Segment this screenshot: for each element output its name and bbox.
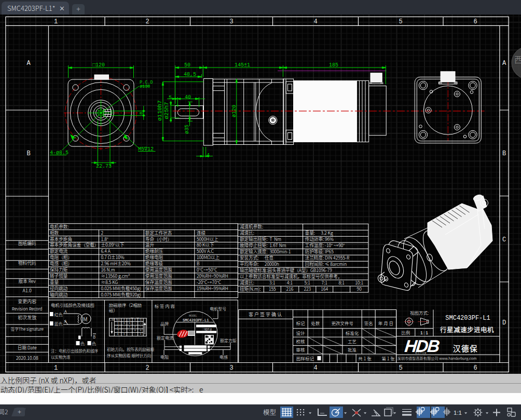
svg-text:使用温度范围: 使用温度范围	[145, 266, 172, 273]
svg-text:-20°C~+70°C: -20°C~+70°C	[197, 279, 222, 285]
svg-text:初次发放: 初次发放	[18, 314, 36, 321]
svg-text:+: +	[140, 331, 142, 336]
svg-text:5: 5	[399, 18, 402, 25]
svg-text:185: 185	[329, 62, 338, 68]
svg-text:145±1: 145±1	[235, 62, 250, 68]
svg-text:155: 155	[269, 286, 276, 292]
svg-text:2.96 mH±20%: 2.96 mH±20%	[101, 260, 131, 266]
svg-text:批准: 批准	[348, 346, 357, 353]
svg-text:日期 Date: 日期 Date	[18, 344, 37, 350]
svg-text:48,5: 48,5	[184, 72, 196, 77]
svg-text:电感: 电感	[220, 354, 228, 360]
svg-text:更改文件号: 更改文件号	[331, 320, 353, 326]
svg-text:电感（相）: 电感（相）	[50, 260, 72, 266]
svg-text:视图方式:: 视图方式:	[410, 309, 429, 316]
svg-text:SMC4203PF-L1: SMC4203PF-L1	[183, 318, 209, 322]
svg-text:图纸编码: 图纸编码	[18, 240, 36, 246]
svg-text:安装方式: 任意: 安装方式: 任意	[240, 254, 273, 261]
svg-text:额定电流: 额定电流	[50, 248, 68, 254]
svg-text:2: 2	[145, 18, 149, 25]
svg-text:±0.09°以下: ±0.09°以下	[101, 241, 125, 248]
svg-text:标 签 内 容: 标 签 内 容	[155, 303, 175, 309]
svg-text:连续: 连续	[197, 229, 206, 236]
svg-text:CW: CW	[109, 317, 114, 322]
svg-text:80 K以下: 80 K以下	[197, 241, 214, 248]
svg-text:初始方向。按所表的励磁顺: 初始方向。按所表的励磁顺	[107, 346, 155, 352]
svg-text:绝缘电阻: 绝缘电阻	[145, 254, 163, 260]
svg-text:审核: 审核	[296, 346, 305, 353]
svg-text:轴向跳动: 轴向跳动	[50, 291, 68, 297]
svg-text:额定电流: 额定电流	[157, 335, 173, 341]
svg-text:B: B	[26, 150, 30, 157]
svg-text:客户签字确认: 客户签字确认	[249, 311, 283, 318]
svg-text:40: 40	[185, 94, 191, 100]
svg-text:22.73: 22.73	[96, 164, 112, 169]
svg-text:M: M	[83, 315, 88, 323]
svg-text:B: B	[197, 260, 200, 266]
svg-text:径向跳动: 径向跳动	[50, 285, 68, 291]
svg-text:寿命（小时）: 寿命（小时）	[145, 236, 172, 242]
svg-text:2: 2	[145, 364, 149, 372]
svg-text:输出轴键标准:圆头普通平键（A型）GB1096-79: 输出轴键标准:圆头普通平键（A型）GB1096-79	[240, 267, 332, 273]
svg-text:第 1 张: 第 1 张	[381, 355, 395, 361]
svg-text:6: 6	[473, 18, 477, 25]
svg-text:减速比:: 减速比:	[240, 229, 254, 236]
svg-text:重量: 重量	[50, 279, 59, 285]
svg-text:4: 4	[117, 332, 119, 336]
svg-text:以上参数适合标准型号减速机，非标型号仅供参考。: 以上参数适合标准型号减速机，非标型号仅供参考。	[240, 273, 342, 279]
svg-text:C: C	[502, 236, 506, 243]
svg-text:3:1: 3:1	[269, 279, 276, 286]
svg-text:局2: 局2	[0, 407, 8, 416]
svg-text:+: +	[123, 331, 125, 336]
svg-text:4-ø8.5: 4-ø8.5	[50, 150, 68, 156]
svg-text:色: 色	[92, 341, 96, 346]
svg-text:6: 6	[473, 364, 477, 372]
svg-text:M5∇12: M5∇12	[138, 146, 154, 152]
svg-text:注：电机引出线颜色和线序: 注：电机引出线颜色和线序	[51, 348, 99, 354]
svg-text:基本步距角误差（空载）: 基本步距角误差（空载）	[50, 241, 99, 248]
svg-text:4:1: 4:1	[287, 279, 293, 286]
svg-text:基本步距角: 基本步距角	[50, 236, 72, 242]
svg-text:A: A	[502, 60, 506, 67]
svg-text:比例: 比例	[401, 329, 410, 335]
svg-text:A: A	[64, 308, 67, 314]
svg-text:16 N.m: 16 N.m	[101, 266, 115, 273]
svg-text:电机参数:: 电机参数:	[50, 223, 69, 229]
svg-text:4: 4	[313, 364, 317, 372]
svg-text:签字The signature: 签字The signature	[10, 326, 43, 332]
svg-text:物料代码: 物料代码	[18, 260, 36, 266]
svg-text:减速机参数:: 减速机参数:	[240, 223, 263, 229]
svg-text:行星减速步进电机: 行星减速步进电机	[440, 324, 494, 334]
svg-text:D: D	[502, 319, 506, 327]
svg-text:500V A.C: 500V A.C	[197, 248, 214, 254]
svg-text:签名: 签名	[364, 320, 373, 326]
svg-text:1:1: 1:1	[420, 331, 428, 336]
svg-text:2相步进: 2相步进	[203, 328, 212, 331]
svg-text:1: 1	[54, 18, 58, 25]
svg-text:版本 Rev: 版本 Rev	[19, 278, 36, 284]
svg-text:设计: 设计	[296, 330, 305, 336]
svg-text:年 月 日: 年 月 日	[378, 320, 393, 326]
svg-text:绝缘等级: 绝缘等级	[145, 260, 163, 266]
svg-text:ø130: ø130	[140, 84, 150, 89]
svg-text:图样标记: 图样标记	[296, 355, 314, 361]
svg-text:4: 4	[313, 18, 317, 25]
svg-text:保存温度范围: 保存温度范围	[145, 279, 172, 285]
svg-text:工艺: 工艺	[348, 338, 357, 344]
svg-text:深圳市德智高新有限公司 www.handerburg.com: 深圳市德智高新有限公司 www.handerburg.com	[397, 356, 477, 361]
svg-text:223: 223	[304, 286, 311, 292]
svg-text:标准化: 标准化	[346, 330, 359, 336]
svg-text:8:1: 8:1	[339, 279, 345, 286]
svg-text:100MΩ以上: 100MΩ以上	[197, 254, 220, 260]
svg-text:A1.0: A1.0	[23, 287, 32, 294]
svg-text:5: 5	[169, 95, 172, 101]
svg-text:□120: □120	[92, 62, 105, 68]
svg-text:5: 5	[399, 364, 402, 372]
svg-text:20%RH~90%RH: 20%RH~90%RH	[197, 273, 228, 279]
svg-text:回程间隙: ≤ 8arcmin: 回程间隙: ≤ 8arcmin	[305, 261, 347, 267]
svg-text:5:1: 5:1	[305, 279, 311, 286]
svg-text:ø25h7: ø25h7	[163, 102, 170, 119]
svg-text:西: 西	[514, 53, 521, 65]
svg-text:处数: 处数	[311, 320, 320, 326]
svg-text:7:1: 7:1	[322, 279, 328, 286]
